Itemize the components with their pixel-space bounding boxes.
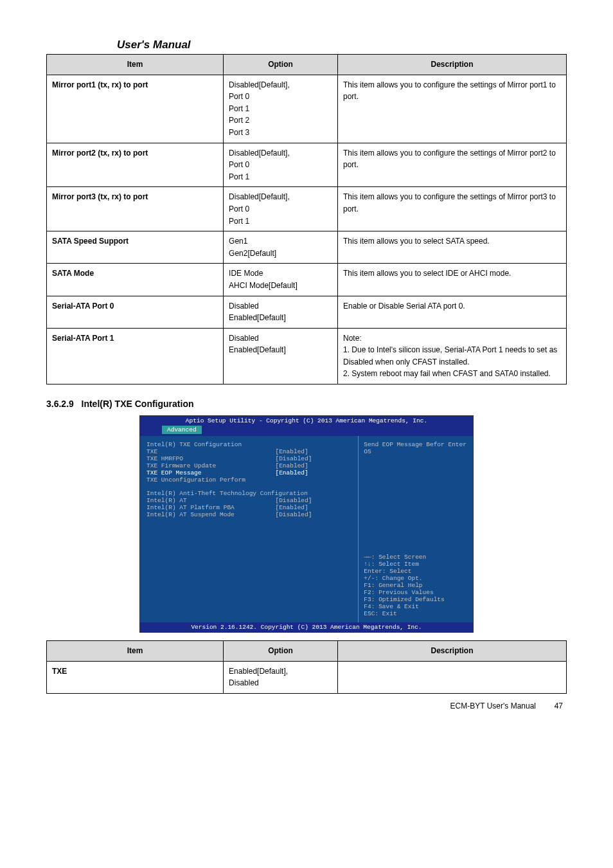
bios-val: [Disabled]: [275, 455, 354, 462]
item-cell: Mirror port3 (tx, rx) to port: [47, 187, 224, 231]
desc-cell: [338, 661, 567, 693]
bios-lbl-selected: TXE EOP Message: [147, 469, 275, 476]
option-cell: Disabled[Default], Port 0 Port 1 Port 2 …: [224, 75, 338, 143]
bios-key: ESC: Exit: [364, 610, 468, 617]
table-row: Serial-ATA Port 1 Disabled Enabled[Defau…: [47, 328, 567, 384]
table-row: SATA Mode IDE Mode AHCI Mode[Default] Th…: [47, 264, 567, 296]
item-cell: SATA Speed Support: [47, 231, 224, 264]
section-number: 3.6.2.9: [46, 399, 74, 409]
col-desc: Description: [338, 641, 567, 662]
table-header-row: Item Option Description: [47, 641, 567, 662]
option-cell: Disabled[Default], Port 0 Port 1: [224, 143, 338, 187]
bios-val: [Enabled]: [275, 504, 354, 511]
table-row: Mirror port2 (tx, rx) to port Disabled[D…: [47, 143, 567, 187]
bios-key: F2: Previous Values: [364, 589, 468, 596]
bios-key: ↑↓: Select Item: [364, 561, 468, 568]
footer-page-number: 47: [555, 701, 563, 710]
bios-val: [Disabled]: [275, 511, 354, 518]
bios-val: [Disabled]: [275, 497, 354, 504]
table-row: Mirror port3 (tx, rx) to port Disabled[D…: [47, 187, 567, 231]
desc-cell: This item allows you to select SATA spee…: [338, 231, 567, 264]
bios-val: [Enabled]: [275, 462, 354, 469]
section-title: Intel(R) TXE Configuration: [82, 399, 194, 409]
bios-tab-advanced: Advanced: [162, 426, 202, 434]
col-desc: Description: [338, 55, 567, 75]
bios-body: Intel(R) TXE Configuration TXE[Enabled] …: [140, 436, 473, 622]
bios-val: [Enabled]: [275, 448, 354, 455]
col-item: Item: [47, 55, 224, 75]
bios-key: F4: Save & Exit: [364, 603, 468, 610]
table-row: TXE Enabled[Default], Disabled: [47, 661, 567, 693]
bios-lbl: Intel(R) AT: [147, 497, 275, 504]
bios-right-pane: Send EOP Message Befor Enter OS →←: Sele…: [359, 436, 473, 622]
option-cell: Disabled[Default], Port 0 Port 1: [224, 187, 338, 231]
bios-key: F3: Optimized Defaults: [364, 596, 468, 603]
item-cell: SATA Mode: [47, 264, 224, 296]
options-table-1: Item Option Description Mirror port1 (tx…: [46, 54, 567, 384]
bios-lbl: TXE Firmware Update: [147, 462, 275, 469]
footer-doc-title: ECM-BYT User's Manual: [450, 701, 536, 710]
col-item: Item: [47, 641, 224, 662]
col-option: Option: [224, 55, 338, 75]
bios-lbl: TXE HMRFPO: [147, 455, 275, 462]
item-cell: TXE: [47, 661, 224, 693]
bios-key: F1: General Help: [364, 582, 468, 589]
bios-lbl: Intel(R) AT Platform PBA: [147, 504, 275, 511]
table-header-row: Item Option Description: [47, 55, 567, 75]
desc-cell: This item allows you to configure the se…: [338, 143, 567, 187]
bios-left-pane: Intel(R) TXE Configuration TXE[Enabled] …: [140, 436, 359, 622]
options-table-2: Item Option Description TXE Enabled[Defa…: [46, 640, 567, 694]
bios-key-hints: →←: Select Screen ↑↓: Select Item Enter:…: [364, 554, 468, 617]
bios-at-title: Intel(R) Anti-Theft Technology Configura…: [147, 490, 275, 497]
option-cell: Gen1 Gen2[Default]: [224, 231, 338, 264]
desc-cell: This item allows you to configure the se…: [338, 75, 567, 143]
col-option: Option: [224, 641, 338, 662]
bios-val: [Enabled]: [275, 469, 354, 476]
section-heading: 3.6.2.9 Intel(R) TXE Configuration: [46, 399, 567, 409]
bios-lbl: Intel(R) AT Suspend Mode: [147, 511, 275, 518]
desc-cell: Enable or Disable Serial ATA port 0.: [338, 296, 567, 328]
bios-key: →←: Select Screen: [364, 554, 468, 561]
bios-screenshot: Aptio Setup Utility - Copyright (C) 2013…: [139, 415, 474, 633]
desc-cell: This item allows you to configure the se…: [338, 187, 567, 231]
table-row: Serial-ATA Port 0 Disabled Enabled[Defau…: [47, 296, 567, 328]
desc-cell: Note: 1. Due to Intel's silicon issue, S…: [338, 328, 567, 384]
item-cell: Serial-ATA Port 0: [47, 296, 224, 328]
bios-tab-bar: Advanced: [140, 426, 473, 436]
bios-key: +/-: Change Opt.: [364, 575, 468, 582]
item-cell: Mirror port2 (tx, rx) to port: [47, 143, 224, 187]
table-row: SATA Speed Support Gen1 Gen2[Default] Th…: [47, 231, 567, 264]
desc-cell: This item allows you to select IDE or AH…: [338, 264, 567, 296]
option-cell: Disabled Enabled[Default]: [224, 296, 338, 328]
bios-top-bar: Aptio Setup Utility - Copyright (C) 2013…: [140, 416, 473, 426]
bios-val: [275, 476, 354, 484]
bios-bottom-bar: Version 2.16.1242. Copyright (C) 2013 Am…: [140, 622, 473, 632]
table-row: Mirror port1 (tx, rx) to port Disabled[D…: [47, 75, 567, 143]
bios-help-text: Send EOP Message Befor Enter OS: [364, 441, 468, 455]
item-cell: Serial-ATA Port 1: [47, 328, 224, 384]
bios-lbl: TXE: [147, 448, 275, 455]
manual-title: User's Manual: [117, 39, 567, 51]
bios-key: Enter: Select: [364, 568, 468, 575]
option-cell: Disabled Enabled[Default]: [224, 328, 338, 384]
item-cell: Mirror port1 (tx, rx) to port: [47, 75, 224, 143]
option-cell: IDE Mode AHCI Mode[Default]: [224, 264, 338, 296]
bios-left-title: Intel(R) TXE Configuration: [147, 441, 275, 448]
option-cell: Enabled[Default], Disabled: [224, 661, 338, 693]
bios-lbl: TXE Unconfiguration Perform: [147, 476, 275, 484]
